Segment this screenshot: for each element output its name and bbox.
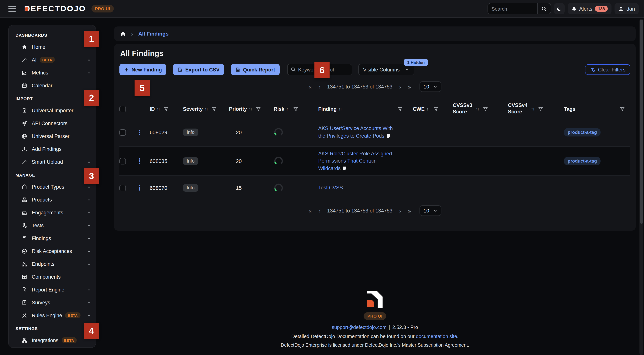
export-csv-button[interactable]: Export to CSV <box>173 64 224 75</box>
row-actions-kebab-icon[interactable] <box>137 185 142 190</box>
sitemap-icon <box>22 261 27 267</box>
sidebar-item-engagements[interactable]: Engagements <box>9 206 96 219</box>
tag-badge[interactable]: product-a-tag <box>564 157 601 165</box>
new-finding-button[interactable]: New Finding <box>120 64 166 75</box>
pagination-top: « ‹ 134751 to 134753 of 134753 › » 10 <box>120 81 630 92</box>
support-email-link[interactable]: support@defectdojo.com <box>332 324 386 330</box>
annotation-badge-3: 3 <box>84 168 99 184</box>
filter-funnel-icon[interactable] <box>164 106 168 111</box>
sidebar-item-metrics[interactable]: Metrics <box>9 66 96 79</box>
next-page-button[interactable]: › <box>399 208 401 214</box>
sidebar-item-endpoints[interactable]: Endpoints <box>9 258 96 270</box>
risk-gauge <box>274 128 284 137</box>
sidebar-item-products[interactable]: Products <box>9 193 96 206</box>
sidebar-item-home[interactable]: Home <box>9 40 96 53</box>
sidebar-item-universal-parser[interactable]: Universal Parser <box>9 130 96 142</box>
sidebar-item-api-connectors[interactable]: API Connectors <box>9 117 96 130</box>
filter-funnel-icon[interactable] <box>483 106 488 111</box>
row-actions-kebab-icon[interactable] <box>137 158 142 164</box>
first-page-button[interactable]: « <box>308 84 312 90</box>
filter-funnel-icon[interactable] <box>212 106 216 111</box>
home-icon[interactable] <box>120 31 126 36</box>
sort-icon[interactable]: ↑↓ <box>205 106 208 111</box>
sort-icon[interactable]: ↑↓ <box>476 106 479 111</box>
sort-icon[interactable]: ↑↓ <box>286 106 290 111</box>
chevron-down-icon[interactable] <box>87 236 91 240</box>
last-page-button[interactable]: » <box>408 208 411 214</box>
sidebar-item-components[interactable]: Components <box>9 270 96 283</box>
first-page-button[interactable]: « <box>308 208 312 214</box>
diagram-project-icon <box>22 338 27 343</box>
top-navbar: DEFECTDOJO PRO UI Alerts 138 dan <box>0 0 644 18</box>
chevron-down-icon[interactable] <box>87 58 91 62</box>
sidebar-item-surveys[interactable]: Surveys <box>9 296 96 309</box>
clear-filters-button[interactable]: Clear Filters <box>585 64 630 75</box>
sidebar-item-tests[interactable]: Tests <box>9 219 96 232</box>
next-page-button[interactable]: › <box>399 84 401 90</box>
filter-funnel-icon[interactable] <box>256 106 261 111</box>
sort-icon[interactable]: ↑↓ <box>249 106 252 111</box>
row-actions-kebab-icon[interactable] <box>137 130 142 135</box>
row-checkbox[interactable] <box>120 129 126 136</box>
breadcrumb-current[interactable]: All Findings <box>138 30 168 37</box>
filter-funnel-icon[interactable] <box>434 106 438 111</box>
theme-toggle-button[interactable] <box>554 3 564 14</box>
filter-funnel-icon[interactable] <box>398 106 402 111</box>
tools-icon <box>22 312 27 318</box>
chevron-down-icon[interactable] <box>87 313 91 318</box>
hamburger-menu-icon[interactable] <box>8 6 16 12</box>
row-checkbox[interactable] <box>120 185 126 191</box>
user-icon <box>618 6 624 11</box>
user-menu-button[interactable]: dan <box>615 3 639 14</box>
chevron-down-icon[interactable] <box>87 300 91 304</box>
prev-page-button[interactable]: ‹ <box>318 208 320 214</box>
chevron-down-icon[interactable] <box>87 249 91 253</box>
page-size-select[interactable]: 10 <box>419 81 441 92</box>
sidebar-item-product-types[interactable]: Product Types <box>9 180 96 193</box>
quick-report-button[interactable]: Quick Report <box>231 64 280 75</box>
chevron-down-icon[interactable] <box>87 160 91 164</box>
sidebar-item-ai[interactable]: AI BETA <box>9 53 96 66</box>
filter-funnel-icon[interactable] <box>293 106 298 111</box>
sort-icon[interactable]: ↑↓ <box>426 106 430 111</box>
sidebar-item-add-findings[interactable]: Add Findings <box>9 142 96 156</box>
brand-logo[interactable]: DEFECTDOJO <box>24 4 86 13</box>
sort-icon[interactable]: ↑↓ <box>531 106 534 111</box>
chevron-down-icon[interactable] <box>87 185 91 189</box>
row-checkbox[interactable] <box>120 158 126 164</box>
last-page-button[interactable]: » <box>408 84 411 90</box>
sidebar-item-findings[interactable]: Findings <box>9 232 96 244</box>
page-scrollbar[interactable] <box>640 19 643 355</box>
sort-icon[interactable]: ↑↓ <box>157 106 160 111</box>
scrollbar-thumb[interactable] <box>640 20 643 224</box>
search-button[interactable] <box>537 3 551 14</box>
sort-icon[interactable]: ↑↓ <box>338 106 342 111</box>
finding-link[interactable]: AKS User/Service Accounts With the Privi… <box>318 125 397 140</box>
documentation-site-link[interactable]: documentation site <box>416 334 457 339</box>
search-input[interactable] <box>487 3 537 14</box>
select-all-checkbox[interactable] <box>120 106 126 112</box>
chevron-down-icon[interactable] <box>87 262 91 266</box>
page-size-select[interactable]: 10 <box>419 205 441 216</box>
visible-columns-dropdown[interactable]: Visible Columns 1 Hidden <box>358 64 414 75</box>
paper-plane-icon <box>22 120 27 126</box>
finding-link[interactable]: Test CVSS <box>318 184 343 192</box>
sidebar-item-risk-acceptances[interactable]: Risk Acceptances <box>9 244 96 258</box>
sidebar-item-integrations[interactable]: Integrations BETA <box>9 334 96 347</box>
filter-funnel-icon[interactable] <box>620 106 625 111</box>
chevron-down-icon[interactable] <box>87 70 91 75</box>
sidebar-item-smart-upload[interactable]: Smart Upload <box>9 156 96 168</box>
prev-page-button[interactable]: ‹ <box>318 84 320 90</box>
sidebar-item-calendar[interactable]: Calendar <box>9 79 96 92</box>
alerts-button[interactable]: Alerts 138 <box>568 3 612 14</box>
sidebar-item-rules-engine[interactable]: Rules Engine BETA <box>9 309 96 322</box>
filter-funnel-icon[interactable] <box>538 106 543 111</box>
tag-badge[interactable]: product-a-tag <box>564 128 601 136</box>
chevron-down-icon[interactable] <box>87 198 91 202</box>
chevron-down-icon[interactable] <box>87 223 91 228</box>
sidebar-item-universal-importer[interactable]: Universal Importer <box>9 104 96 117</box>
sidebar-item-report-engine[interactable]: Report Engine <box>9 283 96 296</box>
finding-link[interactable]: AKS Role/Cluster Role Assigned Permissio… <box>318 150 397 172</box>
chevron-down-icon[interactable] <box>87 210 91 214</box>
chevron-down-icon[interactable] <box>87 288 91 292</box>
